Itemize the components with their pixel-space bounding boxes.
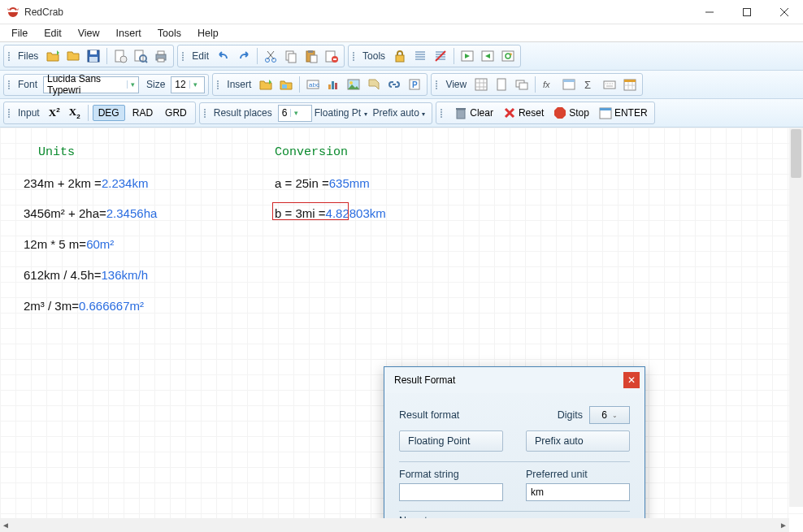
close-button[interactable]: [766, 0, 803, 24]
grip-icon: [217, 80, 222, 89]
insert-chart-button[interactable]: [324, 76, 342, 93]
view-fx-button[interactable]: fx: [540, 76, 558, 93]
grip-icon: [8, 109, 13, 118]
minimize-button[interactable]: [691, 0, 728, 24]
print-button[interactable]: [152, 47, 170, 65]
insert-folder-button[interactable]: [257, 76, 275, 93]
deg-button[interactable]: DEG: [93, 105, 125, 121]
enter-button[interactable]: ENTER: [595, 104, 651, 122]
separator: [106, 48, 107, 64]
toolbar-row-1: Files Edit Tools: [0, 42, 803, 71]
horizontal-scrollbar[interactable]: ◄ ►: [0, 518, 789, 532]
menu-edit[interactable]: Edit: [36, 26, 70, 41]
grd-button[interactable]: GRD: [160, 106, 192, 120]
maximize-button[interactable]: [728, 0, 766, 24]
svg-point-32: [349, 81, 353, 84]
view-page-button[interactable]: [493, 76, 510, 93]
view-windows-button[interactable]: [513, 76, 531, 93]
worksheet[interactable]: Units Conversion 234m + 2km =2.234km 345…: [0, 128, 803, 521]
insert-link-button[interactable]: [385, 76, 403, 93]
svg-rect-41: [563, 80, 575, 82]
vertical-scrollbar[interactable]: [789, 128, 803, 507]
group-insert: Insert abc P: [212, 73, 428, 96]
view-sigma-button[interactable]: Σ: [580, 76, 598, 93]
grip-icon: [436, 80, 441, 89]
group-font: Font Lucida Sans Typewri▾ Size 12▾: [3, 74, 209, 96]
chevron-down-icon: ▾: [290, 109, 302, 117]
svg-rect-38: [519, 83, 527, 89]
size-select[interactable]: 12▾: [171, 76, 205, 93]
insert-paragraph-button[interactable]: P: [406, 76, 423, 93]
scroll-right-icon[interactable]: ►: [779, 521, 788, 530]
font-select[interactable]: Lucida Sans Typewri▾: [43, 76, 139, 93]
x-squared-button[interactable]: X2: [46, 104, 63, 122]
print-preview-button[interactable]: [132, 47, 150, 65]
result-places-select[interactable]: 6▾: [278, 105, 312, 122]
view-keyboard-button[interactable]: [601, 76, 619, 93]
svg-rect-17: [310, 55, 317, 63]
svg-rect-30: [335, 83, 337, 89]
lock-button[interactable]: [391, 47, 409, 65]
menu-tools[interactable]: Tools: [150, 26, 189, 41]
open-file-button[interactable]: [64, 47, 82, 65]
svg-rect-3: [89, 57, 98, 62]
dialog-close-button[interactable]: ✕: [623, 372, 640, 388]
floating-point-button[interactable]: Floating Point: [399, 430, 503, 452]
separator: [399, 461, 630, 462]
stop-button[interactable]: Stop: [549, 104, 592, 122]
insert-image-folder-button[interactable]: [277, 76, 295, 93]
copy-button[interactable]: [282, 47, 300, 65]
format-string-input[interactable]: [399, 483, 503, 501]
menu-help[interactable]: Help: [189, 26, 227, 41]
insert-textbox-button[interactable]: abc: [304, 76, 322, 93]
group-edit: Edit: [177, 45, 345, 67]
refresh-button[interactable]: [499, 47, 517, 65]
view-calendar-button[interactable]: [621, 76, 639, 93]
view-label: View: [445, 79, 470, 90]
menu-view[interactable]: View: [70, 26, 108, 41]
svg-rect-36: [497, 79, 506, 90]
scroll-thumb[interactable]: [791, 129, 801, 178]
stop-icon: [553, 106, 567, 120]
menu-file[interactable]: File: [3, 26, 36, 41]
strike-button[interactable]: [432, 47, 449, 65]
prefix-auto-dropdown[interactable]: Prefix auto ▾: [373, 107, 429, 119]
insert-tag-button[interactable]: [365, 76, 383, 93]
clear-button[interactable]: Clear: [450, 104, 497, 122]
scroll-left-icon[interactable]: ◄: [2, 521, 10, 530]
open-folder-button[interactable]: [44, 47, 62, 65]
list-button[interactable]: [411, 47, 429, 65]
undo-button[interactable]: [215, 47, 232, 65]
redo-button[interactable]: [235, 47, 253, 65]
menu-insert[interactable]: Insert: [108, 26, 150, 41]
paste-button[interactable]: [302, 47, 320, 65]
delete-button[interactable]: [323, 47, 341, 65]
view-grid-button[interactable]: [472, 76, 490, 93]
svg-text:P: P: [412, 80, 418, 89]
svg-rect-28: [328, 84, 331, 89]
arrow-right-green-button[interactable]: [458, 47, 476, 65]
svg-rect-9: [158, 51, 164, 54]
preferred-unit-input[interactable]: [526, 483, 630, 501]
save-button[interactable]: [85, 47, 102, 65]
view-panel1-button[interactable]: [560, 76, 578, 93]
toolbar-row-2: Font Lucida Sans Typewri▾ Size 12▾ Inser…: [0, 71, 803, 99]
group-view: View fx Σ: [431, 73, 643, 96]
tools-label: Tools: [362, 50, 388, 62]
arrow-left-green-button[interactable]: [479, 47, 497, 65]
dialog-titlebar[interactable]: Result Format ✕: [384, 367, 645, 393]
cut-button[interactable]: [262, 47, 280, 65]
svg-point-5: [120, 56, 127, 63]
rad-button[interactable]: RAD: [128, 106, 158, 120]
x-subscript-button[interactable]: X2: [66, 104, 84, 122]
floating-pt-dropdown[interactable]: Floating Pt ▾: [315, 107, 371, 119]
result-places-label: Result places: [214, 107, 276, 119]
insert-picture-button[interactable]: [345, 76, 362, 93]
prefix-auto-button[interactable]: Prefix auto: [526, 430, 630, 452]
reset-button[interactable]: Reset: [499, 104, 547, 122]
digits-select[interactable]: 6⌄: [589, 406, 630, 424]
x-icon: [502, 106, 517, 120]
svg-rect-20: [333, 58, 336, 60]
page-setup-button[interactable]: [111, 47, 129, 65]
expr-row: 234m + 2km =2.234km: [24, 176, 148, 192]
